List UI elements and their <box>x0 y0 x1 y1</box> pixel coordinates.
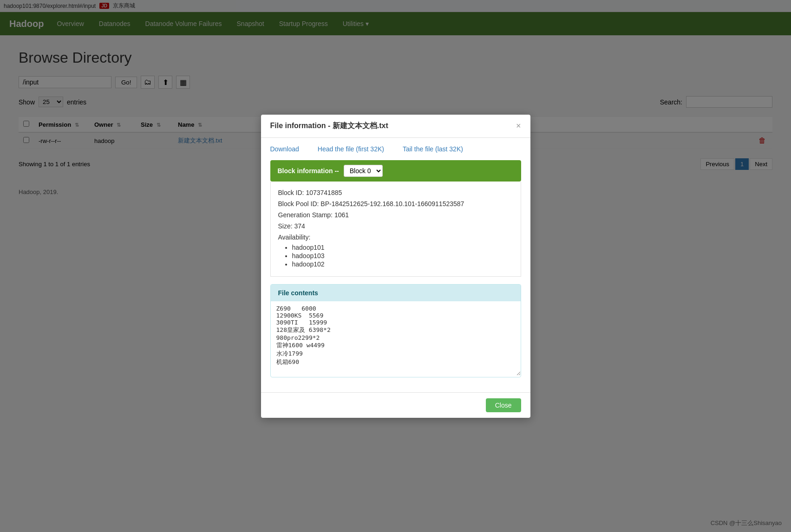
modal-header: File information - 新建文本文档.txt × <box>261 115 530 138</box>
block-select[interactable]: Block 0 <box>344 165 383 177</box>
modal-links: Download Head the file (first 32K) Tail … <box>270 145 521 153</box>
file-info-modal: File information - 新建文本文档.txt × Download… <box>261 115 530 210</box>
block-info-section: Block information -- Block 0 <box>270 160 521 182</box>
download-link[interactable]: Download <box>270 145 299 153</box>
modal-title: File information - 新建文本文档.txt <box>270 121 388 131</box>
tail-file-link[interactable]: Tail the file (last 32K) <box>403 145 463 153</box>
modal-overlay: File information - 新建文本文档.txt × Download… <box>0 0 791 209</box>
block-id-row: Block ID: 1073741885 <box>278 189 513 196</box>
block-pool-id-row: Block Pool ID: BP-1842512625-192.168.10.… <box>278 200 513 208</box>
modal-close-button[interactable]: × <box>516 122 521 130</box>
block-info-label: Block information -- <box>278 167 339 175</box>
block-details: Block ID: 1073741885 Block Pool ID: BP-1… <box>270 182 521 210</box>
modal-body: Download Head the file (first 32K) Tail … <box>261 138 530 210</box>
head-file-link[interactable]: Head the file (first 32K) <box>318 145 384 153</box>
